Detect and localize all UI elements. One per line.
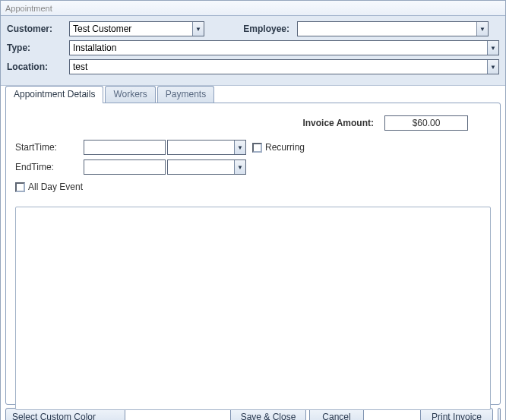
- end-time-label: EndTime:: [15, 162, 84, 172]
- tab-appointment-details[interactable]: Appointment Details: [5, 86, 103, 103]
- employee-combo[interactable]: ▼: [297, 21, 489, 36]
- start-time-combo[interactable]: ▼: [167, 140, 246, 155]
- end-time-input[interactable]: [168, 160, 233, 174]
- start-time-label: StartTime:: [15, 142, 84, 153]
- invoice-amount-value[interactable]: $60.00: [384, 115, 468, 131]
- all-day-checkbox[interactable]: All Day Event: [15, 182, 83, 192]
- tab-workers[interactable]: Workers: [105, 86, 155, 103]
- tabstrip: Appointment Details Workers Payments: [5, 84, 501, 103]
- tabs-host: Appointment Details Workers Payments Inv…: [5, 84, 501, 405]
- appointment-window: Appointment Customer: ▼ Employee: ▼ Type…: [0, 0, 506, 420]
- start-time-input[interactable]: [168, 141, 233, 154]
- tabpage-appointment-details: Invoice Amount: $60.00 StartTime: ▼ Recu…: [5, 103, 501, 405]
- customer-input[interactable]: [70, 22, 191, 36]
- chevron-down-icon[interactable]: ▼: [234, 141, 245, 154]
- window-titlebar: Appointment: [1, 1, 505, 16]
- type-label: Type:: [7, 43, 69, 53]
- start-date-field[interactable]: [84, 140, 166, 155]
- footer-grip-icon: [498, 408, 501, 420]
- customer-label: Customer:: [7, 24, 69, 34]
- recurring-label: Recurring: [265, 142, 305, 153]
- checkbox-icon: [15, 182, 25, 192]
- chevron-down-icon[interactable]: ▼: [487, 41, 498, 55]
- location-combo[interactable]: ▼: [69, 59, 499, 74]
- header-area: Customer: ▼ Employee: ▼ Type: ▼ Location…: [1, 16, 505, 86]
- tab-payments[interactable]: Payments: [157, 86, 214, 103]
- type-combo[interactable]: ▼: [69, 40, 499, 55]
- notes-textarea[interactable]: [15, 207, 491, 410]
- type-input[interactable]: [70, 41, 486, 55]
- employee-input[interactable]: [298, 22, 476, 36]
- window-title: Appointment: [5, 4, 52, 13]
- end-date-input[interactable]: [84, 160, 165, 174]
- employee-label: Employee:: [229, 24, 297, 34]
- end-date-field[interactable]: [84, 159, 166, 175]
- recurring-checkbox[interactable]: Recurring: [252, 142, 305, 153]
- start-date-input[interactable]: [84, 141, 165, 154]
- all-day-label: All Day Event: [28, 182, 83, 192]
- location-input[interactable]: [70, 60, 486, 74]
- location-label: Location:: [7, 62, 69, 72]
- chevron-down-icon[interactable]: ▼: [192, 22, 204, 36]
- chevron-down-icon[interactable]: ▼: [234, 160, 245, 174]
- chevron-down-icon[interactable]: ▼: [487, 60, 498, 74]
- chevron-down-icon[interactable]: ▼: [476, 22, 488, 36]
- customer-combo[interactable]: ▼: [69, 21, 204, 36]
- invoice-amount-label: Invoice Amount:: [302, 118, 374, 128]
- end-time-combo[interactable]: ▼: [167, 159, 246, 175]
- checkbox-icon: [252, 143, 262, 153]
